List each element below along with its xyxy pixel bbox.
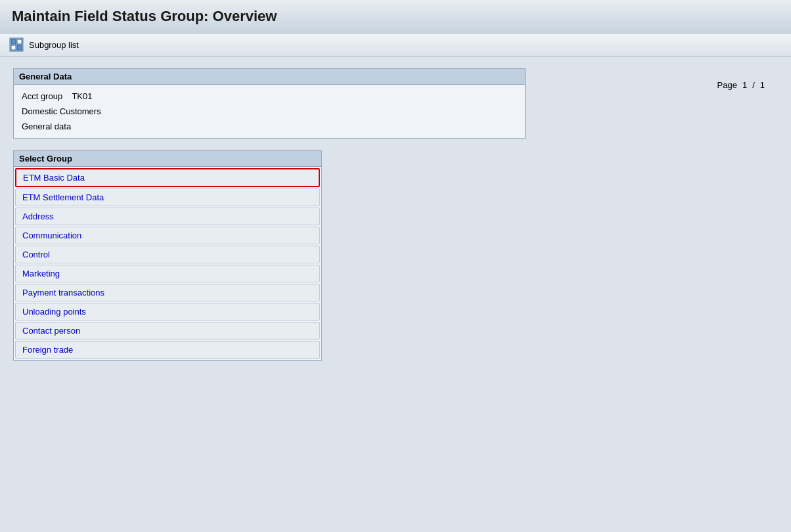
general-data-header: General Data	[14, 69, 525, 85]
group-item[interactable]: ETM Settlement Data	[15, 188, 320, 206]
subgroup-list-icon	[9, 37, 24, 52]
group-item[interactable]: ETM Basic Data	[15, 168, 320, 187]
select-group-list: ETM Basic DataETM Settlement DataAddress…	[14, 167, 321, 360]
page-separator: /	[752, 80, 755, 90]
page-info: Page 1 / 1	[717, 80, 765, 90]
svg-rect-2	[17, 39, 22, 44]
page-title-bar: Maintain Field Status Group: Overview	[0, 0, 791, 33]
toolbar: Subgroup list	[0, 33, 791, 56]
select-group-header: Select Group	[14, 151, 321, 167]
page-title: Maintain Field Status Group: Overview	[12, 8, 779, 25]
group-item[interactable]: Foreign trade	[15, 341, 320, 359]
subgroup-list-label[interactable]: Subgroup list	[29, 40, 79, 50]
general-data-section: General Data Acct group TK01 Domestic Cu…	[13, 68, 778, 139]
domestic-customers-row: Domestic Customers	[22, 105, 517, 118]
group-item[interactable]: Payment transactions	[15, 284, 320, 301]
select-group-card: Select Group ETM Basic DataETM Settlemen…	[13, 150, 322, 361]
general-data-card: General Data Acct group TK01 Domestic Cu…	[13, 68, 526, 139]
page-label: Page	[717, 80, 737, 90]
general-data-body: Acct group TK01 Domestic Customers Gener…	[14, 85, 525, 138]
group-item[interactable]: Control	[15, 246, 320, 263]
acct-group-row: Acct group TK01	[22, 90, 517, 102]
group-item[interactable]: Communication	[15, 227, 320, 244]
acct-group-value: TK01	[72, 91, 92, 101]
group-item[interactable]: Contact person	[15, 322, 320, 340]
group-item[interactable]: Marketing	[15, 265, 320, 282]
main-content: General Data Acct group TK01 Domestic Cu…	[0, 56, 791, 372]
svg-rect-4	[17, 45, 22, 50]
page-current: 1	[742, 80, 747, 90]
svg-rect-3	[11, 45, 16, 50]
svg-rect-1	[11, 39, 16, 44]
acct-group-label: Acct group	[22, 91, 62, 101]
general-data-row: General data	[22, 120, 517, 133]
page-total: 1	[760, 80, 765, 90]
group-item[interactable]: Unloading points	[15, 303, 320, 321]
group-item[interactable]: Address	[15, 208, 320, 225]
